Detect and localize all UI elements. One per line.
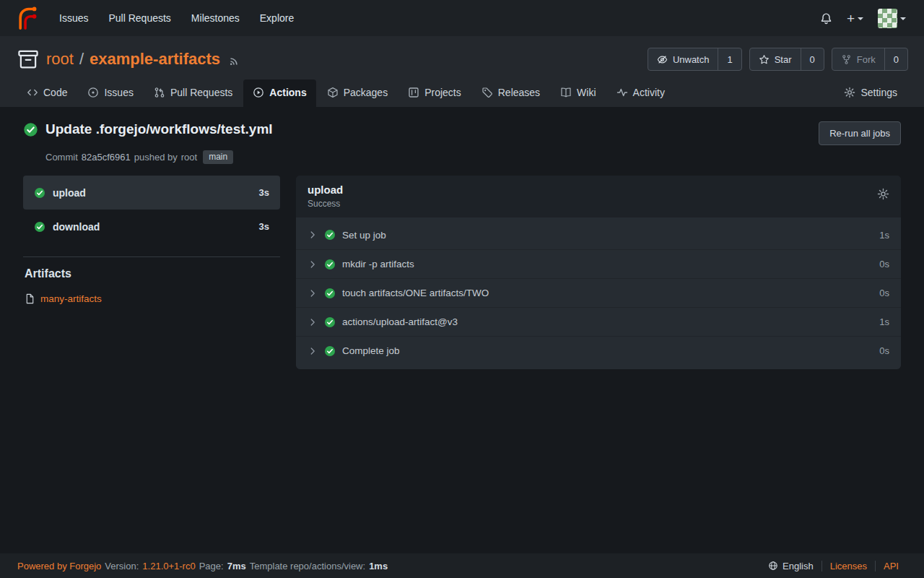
notifications-button[interactable]: [814, 8, 839, 29]
star-button-group: Star 0: [749, 48, 824, 71]
fork-button[interactable]: Fork: [832, 48, 884, 70]
chevron-down-icon: [900, 17, 906, 20]
pusher-link[interactable]: root: [181, 152, 197, 163]
rss-button[interactable]: [229, 55, 240, 66]
create-new-button[interactable]: +: [840, 7, 870, 30]
forgejo-logo[interactable]: [16, 7, 40, 30]
nav-item-issues[interactable]: Issues: [50, 7, 97, 30]
tab-releases[interactable]: Releases: [472, 79, 549, 107]
language-menu[interactable]: English: [760, 561, 821, 571]
pulse-icon: [616, 87, 628, 98]
fork-button-group: Fork 0: [832, 48, 908, 71]
stars-count[interactable]: 0: [801, 48, 824, 70]
unwatch-label: Unwatch: [673, 54, 710, 65]
run-title-wrap: Update .forgejo/workflows/test.yml: [23, 121, 273, 137]
job-item-upload[interactable]: upload 3s: [23, 176, 280, 210]
tab-releases-label: Releases: [498, 87, 540, 98]
job-detail-card: upload Success Set up job 1s: [296, 176, 901, 369]
job-duration: 3s: [259, 221, 269, 232]
star-button[interactable]: Star: [750, 48, 801, 70]
package-icon: [327, 87, 339, 98]
repo-title-row: root / example-artifacts: [16, 45, 908, 79]
version-link[interactable]: 1.21.0+1-rc0: [142, 561, 195, 571]
job-item-download[interactable]: download 3s: [23, 210, 280, 243]
tab-packages[interactable]: Packages: [318, 79, 397, 107]
success-check-icon: [23, 122, 38, 137]
branch-badge[interactable]: main: [203, 150, 233, 164]
actions-run-view: Update .forgejo/workflows/test.yml Re-ru…: [0, 107, 924, 369]
step-row-mkdir[interactable]: mkdir -p artifacts 0s: [296, 249, 901, 278]
unwatch-button[interactable]: Unwatch: [648, 48, 718, 70]
project-board-icon: [408, 87, 419, 98]
rerun-all-jobs-button[interactable]: Re-run all jobs: [819, 121, 901, 145]
watchers-count[interactable]: 1: [718, 48, 741, 70]
step-duration: 1s: [879, 316, 889, 327]
tab-pull-requests[interactable]: Pull Requests: [144, 79, 242, 107]
code-icon: [27, 87, 38, 98]
tab-code-label: Code: [43, 87, 67, 98]
language-label: English: [783, 561, 814, 571]
step-label: touch artifacts/ONE artifacts/TWO: [342, 288, 489, 298]
tab-actions[interactable]: Actions: [243, 79, 315, 107]
repo-action-buttons: Unwatch 1 Star 0: [648, 48, 908, 71]
tab-settings-label: Settings: [860, 87, 897, 98]
chevron-right-icon: [308, 346, 318, 356]
commit-sha-link[interactable]: 82a5cf6961: [82, 152, 131, 163]
tab-projects[interactable]: Projects: [398, 79, 471, 107]
repo-icon: [17, 48, 39, 70]
tab-issues-label: Issues: [104, 87, 133, 98]
plus-icon: +: [847, 12, 855, 25]
footer-left: Powered by Forgejo Version: 1.21.0+1-rc0…: [17, 561, 388, 571]
rss-icon: [229, 55, 240, 66]
issue-icon: [87, 87, 99, 98]
job-name: upload: [53, 187, 86, 199]
pushed-by-label: pushed by: [134, 152, 178, 163]
job-status-text: Success: [308, 199, 343, 209]
fork-icon: [841, 54, 852, 65]
fork-label: Fork: [857, 54, 876, 65]
nav-item-pull-requests[interactable]: Pull Requests: [99, 7, 180, 30]
step-row-upload-artifact[interactable]: actions/upload-artifact@v3 1s: [296, 307, 901, 336]
tab-wiki[interactable]: Wiki: [551, 79, 605, 107]
eye-slash-icon: [657, 54, 668, 65]
version-label: Version:: [105, 561, 139, 571]
template-time-value: 1ms: [369, 561, 388, 571]
step-label: mkdir -p artifacts: [342, 259, 414, 269]
step-label: actions/upload-artifact@v3: [342, 316, 458, 327]
step-row-complete-job[interactable]: Complete job 0s: [296, 336, 901, 365]
sidebar-divider: [23, 256, 280, 257]
user-menu-button[interactable]: [871, 4, 912, 33]
commit-line: Commit 82a5cf6961 pushed by root main: [45, 150, 901, 164]
powered-by-link[interactable]: Powered by Forgejo: [17, 561, 101, 571]
tab-wiki-label: Wiki: [577, 87, 596, 98]
step-duration: 0s: [879, 259, 889, 269]
chevron-right-icon: [308, 317, 318, 327]
job-name: download: [53, 221, 100, 233]
repo-name-link[interactable]: example-artifacts: [90, 50, 220, 69]
tab-activity[interactable]: Activity: [607, 79, 674, 107]
job-settings-button[interactable]: [877, 188, 889, 200]
tab-code[interactable]: Code: [17, 79, 77, 107]
forks-count[interactable]: 0: [884, 48, 907, 70]
step-duration: 1s: [879, 230, 889, 241]
nav-item-milestones[interactable]: Milestones: [182, 7, 249, 30]
step-row-setup-job[interactable]: Set up job 1s: [296, 220, 901, 249]
file-icon: [25, 293, 35, 304]
forgejo-logo-icon: [16, 7, 40, 30]
artifact-link-many-artifacts[interactable]: many-artifacts: [23, 293, 280, 304]
unwatch-button-group: Unwatch 1: [648, 48, 742, 71]
run-columns: upload 3s download 3s Artifacts many-art…: [23, 176, 901, 369]
success-check-icon: [324, 288, 336, 299]
tag-icon: [481, 87, 493, 98]
repo-owner-link[interactable]: root: [46, 50, 74, 69]
tab-settings[interactable]: Settings: [834, 79, 907, 107]
api-link[interactable]: API: [875, 561, 907, 571]
licenses-link[interactable]: Licenses: [821, 561, 875, 571]
step-row-touch-artifacts[interactable]: touch artifacts/ONE artifacts/TWO 0s: [296, 278, 901, 307]
nav-item-explore[interactable]: Explore: [250, 7, 303, 30]
tab-pull-requests-label: Pull Requests: [170, 87, 232, 98]
breadcrumb-separator: /: [79, 50, 84, 69]
play-circle-icon: [253, 87, 264, 98]
tab-issues[interactable]: Issues: [78, 79, 142, 107]
success-check-icon: [34, 187, 45, 199]
